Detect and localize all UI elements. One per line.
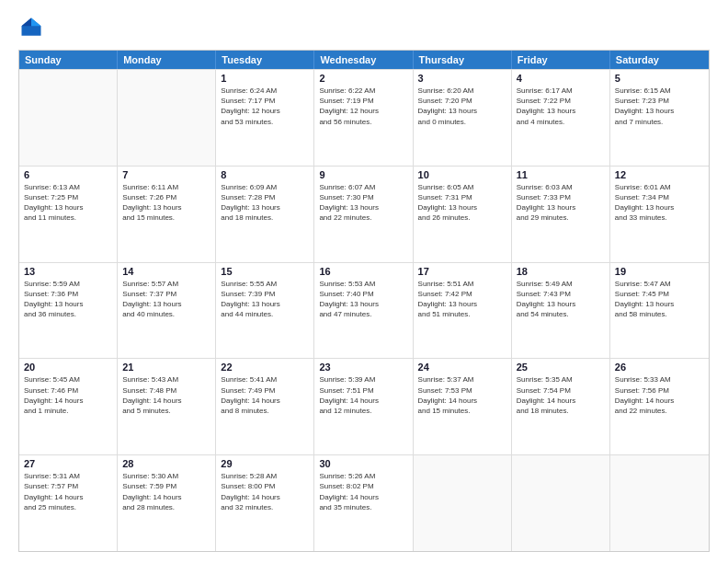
table-row: 13Sunrise: 5:59 AMSunset: 7:36 PMDayligh… — [19, 263, 118, 359]
cell-line: and 0 minutes. — [418, 117, 506, 127]
table-row: 8Sunrise: 6:09 AMSunset: 7:28 PMDaylight… — [216, 167, 314, 262]
cell-line: Daylight: 12 hours — [221, 106, 309, 116]
cell-line: Sunrise: 5:59 AM — [24, 279, 112, 289]
cell-line: and 33 minutes. — [615, 213, 704, 223]
cell-line: and 22 minutes. — [615, 406, 704, 416]
cell-line: Sunrise: 6:05 AM — [418, 182, 506, 192]
cell-line: Sunset: 7:54 PM — [517, 385, 605, 396]
cell-line: Daylight: 14 hours — [517, 396, 605, 406]
table-row: 3Sunrise: 6:20 AMSunset: 7:20 PMDaylight… — [414, 70, 512, 166]
cell-line: and 18 minutes. — [517, 406, 605, 416]
cell-line: Daylight: 13 hours — [122, 202, 210, 213]
day-number: 14 — [122, 266, 210, 277]
cell-line: Daylight: 13 hours — [418, 299, 506, 309]
cell-line: Daylight: 14 hours — [319, 492, 407, 502]
cell-line: and 18 minutes. — [221, 213, 309, 223]
cell-line: Sunset: 8:00 PM — [221, 481, 309, 491]
cell-line: and 7 minutes. — [615, 117, 704, 127]
cell-line: Daylight: 13 hours — [319, 202, 407, 213]
table-row: 10Sunrise: 6:05 AMSunset: 7:31 PMDayligh… — [414, 167, 512, 262]
table-row — [610, 455, 709, 551]
header-day-saturday: Saturday — [610, 51, 709, 69]
cell-line: Sunrise: 5:47 AM — [615, 279, 704, 289]
cell-line: Daylight: 14 hours — [615, 396, 704, 406]
table-row: 30Sunrise: 5:26 AMSunset: 8:02 PMDayligh… — [314, 455, 413, 551]
cell-line: Sunset: 7:26 PM — [122, 192, 210, 202]
cell-line: Sunset: 7:56 PM — [615, 385, 704, 396]
day-number: 29 — [221, 458, 309, 469]
day-number: 5 — [615, 73, 704, 84]
table-row — [512, 455, 610, 551]
cell-line: Daylight: 14 hours — [24, 396, 112, 406]
cell-line: Sunset: 7:46 PM — [24, 385, 112, 396]
week-row-4: 20Sunrise: 5:45 AMSunset: 7:46 PMDayligh… — [19, 358, 709, 454]
header-day-thursday: Thursday — [414, 51, 512, 69]
day-number: 24 — [418, 362, 506, 373]
cell-line: Daylight: 13 hours — [517, 202, 605, 213]
cell-line: Daylight: 13 hours — [418, 106, 506, 116]
cell-line: Daylight: 14 hours — [122, 396, 210, 406]
cell-line: Sunset: 7:17 PM — [221, 96, 309, 106]
day-number: 2 — [319, 73, 407, 84]
cell-line: Sunrise: 5:37 AM — [418, 374, 506, 385]
week-row-1: 1Sunrise: 6:24 AMSunset: 7:17 PMDaylight… — [19, 69, 709, 166]
table-row: 20Sunrise: 5:45 AMSunset: 7:46 PMDayligh… — [19, 359, 118, 454]
cell-line: Sunrise: 5:41 AM — [221, 374, 309, 385]
cell-line: Sunrise: 6:15 AM — [615, 86, 704, 96]
cell-line: Sunrise: 5:28 AM — [221, 471, 309, 481]
cell-line: Sunrise: 5:55 AM — [221, 279, 309, 289]
cell-line: Sunrise: 5:51 AM — [418, 279, 506, 289]
cell-line: Sunset: 7:42 PM — [418, 289, 506, 299]
svg-marker-2 — [22, 18, 32, 27]
cell-line: Sunrise: 6:07 AM — [319, 182, 407, 192]
day-number: 28 — [122, 458, 210, 469]
cell-line: Daylight: 14 hours — [319, 396, 407, 406]
table-row: 1Sunrise: 6:24 AMSunset: 7:17 PMDaylight… — [216, 70, 314, 166]
table-row: 17Sunrise: 5:51 AMSunset: 7:42 PMDayligh… — [414, 263, 512, 359]
cell-line: Sunset: 7:36 PM — [24, 289, 112, 299]
cell-line: Sunset: 7:37 PM — [122, 289, 210, 299]
cell-line: Sunset: 7:20 PM — [418, 96, 506, 106]
day-number: 16 — [319, 266, 407, 277]
cell-line: Sunset: 7:43 PM — [517, 289, 605, 299]
cell-line: Daylight: 14 hours — [221, 396, 309, 406]
cell-line: Daylight: 14 hours — [418, 396, 506, 406]
table-row: 6Sunrise: 6:13 AMSunset: 7:25 PMDaylight… — [19, 167, 118, 262]
cell-line: Sunset: 7:34 PM — [615, 192, 704, 202]
cell-line: Sunset: 7:23 PM — [615, 96, 704, 106]
week-row-5: 27Sunrise: 5:31 AMSunset: 7:57 PMDayligh… — [19, 454, 709, 551]
calendar-body: 1Sunrise: 6:24 AMSunset: 7:17 PMDaylight… — [19, 69, 709, 551]
table-row: 23Sunrise: 5:39 AMSunset: 7:51 PMDayligh… — [314, 359, 413, 454]
cell-line: Sunrise: 6:20 AM — [418, 86, 506, 96]
cell-line: Sunset: 7:40 PM — [319, 289, 407, 299]
cell-line: Sunset: 7:22 PM — [517, 96, 605, 106]
cell-line: and 25 minutes. — [24, 502, 112, 512]
cell-line: Sunset: 7:31 PM — [418, 192, 506, 202]
cell-line: Sunrise: 6:01 AM — [615, 182, 704, 192]
cell-line: Sunrise: 5:30 AM — [122, 471, 210, 481]
table-row: 14Sunrise: 5:57 AMSunset: 7:37 PMDayligh… — [118, 263, 216, 359]
cell-line: Sunrise: 6:03 AM — [517, 182, 605, 192]
cell-line: Daylight: 13 hours — [319, 299, 407, 309]
cell-line: and 35 minutes. — [319, 502, 407, 512]
cell-line: Daylight: 13 hours — [418, 202, 506, 213]
day-number: 10 — [418, 169, 506, 180]
table-row: 25Sunrise: 5:35 AMSunset: 7:54 PMDayligh… — [512, 359, 610, 454]
cell-line: Sunrise: 6:13 AM — [24, 182, 112, 192]
table-row: 5Sunrise: 6:15 AMSunset: 7:23 PMDaylight… — [610, 70, 709, 166]
table-row: 2Sunrise: 6:22 AMSunset: 7:19 PMDaylight… — [314, 70, 413, 166]
cell-line: and 51 minutes. — [418, 309, 506, 319]
cell-line: Sunset: 7:39 PM — [221, 289, 309, 299]
svg-marker-1 — [31, 18, 41, 27]
week-row-2: 6Sunrise: 6:13 AMSunset: 7:25 PMDaylight… — [19, 166, 709, 262]
day-number: 25 — [517, 362, 605, 373]
cell-line: and 5 minutes. — [122, 406, 210, 416]
cell-line: and 11 minutes. — [24, 213, 112, 223]
table-row: 9Sunrise: 6:07 AMSunset: 7:30 PMDaylight… — [314, 167, 413, 262]
cell-line: and 54 minutes. — [517, 309, 605, 319]
table-row: 11Sunrise: 6:03 AMSunset: 7:33 PMDayligh… — [512, 167, 610, 262]
header-day-monday: Monday — [118, 51, 216, 69]
cell-line: Daylight: 14 hours — [122, 492, 210, 502]
day-number: 30 — [319, 458, 407, 469]
cell-line: Daylight: 13 hours — [221, 299, 309, 309]
